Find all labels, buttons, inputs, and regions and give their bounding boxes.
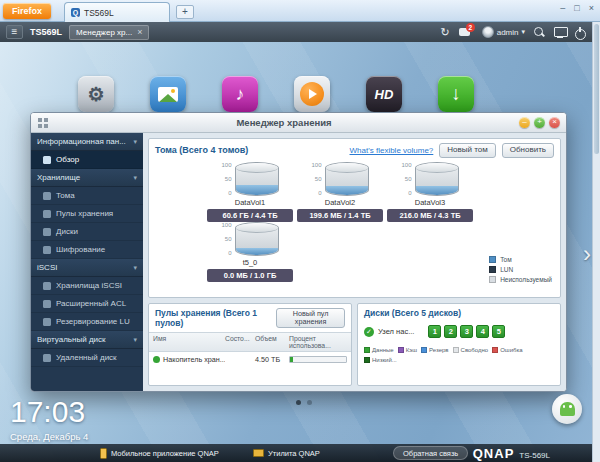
search-icon[interactable] [534,27,545,38]
hd-station-icon[interactable]: HD [366,76,402,112]
control-panel-icon[interactable]: ⚙ [78,76,114,112]
tab-title: TS569L [84,8,114,18]
refresh-button[interactable]: Обновить [502,143,554,158]
volume-usage: 199.6 МБ / 1.4 ТБ [297,209,383,222]
background-tasks-icon[interactable]: ↻ [440,27,449,38]
pool-table-row[interactable]: Накопитель хран... 4.50 ТБ [149,352,351,367]
volume-name: t5_0 [243,258,258,267]
scrollbar-thumb[interactable] [594,24,599,154]
dashboard-icon[interactable] [554,27,566,38]
sidebar-item-overview[interactable]: Обзор [31,151,143,169]
sidebar-item-encryption[interactable]: Шифрование [31,241,143,259]
apps-grid-icon [37,117,49,129]
volume-gauge-datavol2[interactable]: 100 50 0 DataVol2 199.6 МБ / 1.4 ТБ [295,162,385,222]
pools-panel-header: Пулы хранения (Всего 1 пулов) Новый пул … [149,304,351,332]
disk-slot-1[interactable]: 1 [428,325,441,338]
new-tab-button[interactable]: + [176,5,194,19]
tick-label: 0 [221,250,231,256]
window-title: Менеджер хранения [49,117,519,128]
disk-slot-3[interactable]: 3 [460,325,473,338]
sidebar-item-remote-disk[interactable]: Удаленный диск [31,349,143,367]
main-menu-icon[interactable]: ≡ [6,25,23,39]
firefox-app-button[interactable]: Firefox [3,3,51,19]
sidebar-section-iscsi[interactable]: iSCSI ▾ [31,259,143,277]
sidebar-item-lun-backup[interactable]: Резервирование LU [31,313,143,331]
minimize-button[interactable]: – [560,3,565,13]
pool-capacity: 4.50 ТБ [255,355,289,364]
model-label: TS-569L [519,451,550,460]
close-button[interactable]: × [589,3,594,13]
legend-label: Кэш [406,347,417,353]
disk-slots: 1 2 3 4 5 [428,325,505,338]
item-label: Диски [56,227,78,236]
section-label: Хранилище [37,173,80,182]
sidebar-item-storage-pools[interactable]: Пулы хранения [31,205,143,223]
taskbar-item-feedback[interactable]: Обратная связь [393,446,468,460]
column-capacity[interactable]: Объем [255,335,289,349]
android-robot-icon[interactable] [552,394,582,424]
legend-label: Данные [372,347,394,353]
volume-gauge-t5-0[interactable]: 100 50 0 t5_0 0.0 МБ / 1.0 ГБ [205,222,295,282]
video-station-icon[interactable] [294,76,330,112]
user-menu[interactable]: admin ▾ [482,26,525,38]
page-dot-active[interactable] [296,400,301,405]
disk-slot-4[interactable]: 4 [476,325,489,338]
restore-button[interactable]: □ [574,3,579,13]
bottom-panels: Пулы хранения (Всего 1 пулов) Новый пул … [148,303,561,386]
window-maximize-button[interactable]: + [534,117,545,128]
browser-tab[interactable]: Q TS569L [64,2,170,22]
notifications-icon[interactable]: 2 [459,26,473,38]
sidebar-section-virtual-disk[interactable]: Виртуальный диск ▾ [31,331,143,349]
tick-label: 50 [221,236,231,242]
volume-gauge-datavol3[interactable]: 100 50 0 DataVol3 216.0 МБ / 4.3 ТБ [385,162,475,222]
music-station-icon[interactable]: ♪ [222,76,258,112]
new-volume-button[interactable]: Новый том [439,143,495,158]
volume-usage: 216.0 МБ / 4.3 ТБ [387,209,473,222]
desktop-page-dots [296,400,312,405]
tick-label: 0 [401,190,411,196]
window-controls: – + × [519,117,560,128]
column-used-percent[interactable]: Процент использова... [289,335,347,349]
item-label: Тома [56,191,75,200]
disk-slot-5[interactable]: 5 [492,325,505,338]
window-close-button[interactable]: × [549,117,560,128]
column-name[interactable]: Имя [153,335,225,349]
open-app-tab[interactable]: Менеджер хр... × [69,25,149,40]
sidebar-section-dashboard[interactable]: Информационная пан... ▾ [31,133,143,151]
pools-table-header: Имя Состо... Объем Процент использова... [149,332,351,352]
volume-gauge-datavol1[interactable]: 100 50 0 DataVol1 60.6 ГБ / 4.4 ТБ [205,162,295,222]
disks-icon [43,228,51,236]
sidebar-item-disks[interactable]: Диски [31,223,143,241]
sidebar-item-advanced-acl[interactable]: Расширенный ACL [31,295,143,313]
legend-swatch [489,256,496,263]
sidebar-section-storage[interactable]: Хранилище ▾ [31,169,143,187]
download-station-icon[interactable]: ↓ [438,76,474,112]
play-glyph [300,82,324,106]
robot-body [560,402,575,416]
window-minimize-button[interactable]: – [519,117,530,128]
page-dot[interactable] [307,400,312,405]
section-label: Виртуальный диск [37,335,106,344]
chevron-icon: ▾ [133,264,137,272]
column-status[interactable]: Состо... [225,335,255,349]
power-icon[interactable] [575,27,586,38]
taskbar-item-qnap-utility[interactable]: Утилита QNAP [253,446,320,460]
item-label: Пулы хранения [56,209,113,218]
volume-usage: 60.6 ГБ / 4.4 ТБ [207,209,293,222]
taskbar-item-mobile-app[interactable]: Мобильное приложение QNAP [100,446,219,460]
scrollbar[interactable] [592,22,600,462]
window-titlebar[interactable]: Менеджер хранения – + × [31,113,566,133]
screen: Firefox Q TS569L + – □ × ≡ TS569L Менедж… [0,0,600,462]
flexible-volume-link[interactable]: What's flexible volume? [350,146,434,155]
encryption-icon [43,246,51,254]
tick-label: 0 [221,190,231,196]
disk-slot-2[interactable]: 2 [444,325,457,338]
qnap-logo: QNAP [473,446,515,461]
new-pool-button[interactable]: Новый пул хранения [276,308,345,328]
close-app-tab-icon[interactable]: × [137,28,142,36]
photo-station-icon[interactable] [150,76,186,112]
sidebar-item-volumes[interactable]: Тома [31,187,143,205]
next-desktop-arrow[interactable]: › [583,242,591,266]
pool-name-cell: Накопитель хран... [153,355,225,364]
sidebar-item-iscsi-storage[interactable]: Хранилища iSCSI [31,277,143,295]
